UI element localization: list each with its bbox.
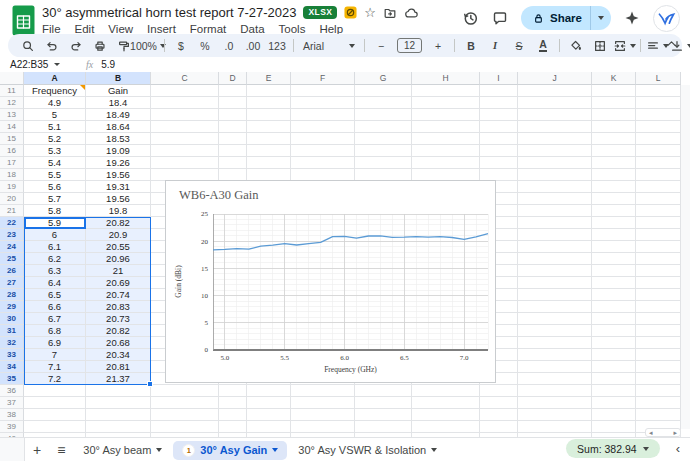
cell-J25[interactable] — [518, 253, 592, 265]
horizontal-scrollbar[interactable]: ◂ ▸ — [645, 428, 681, 437]
cell-E17[interactable] — [247, 157, 291, 169]
cell-J32[interactable] — [518, 337, 592, 349]
cell-E16[interactable] — [247, 145, 291, 157]
cell-B28[interactable]: 20.74 — [86, 289, 151, 301]
cell-J29[interactable] — [518, 301, 592, 313]
row-header-39[interactable]: 39 — [0, 421, 24, 433]
row-header-24[interactable]: 24 — [0, 241, 24, 253]
cell-I36[interactable] — [480, 385, 518, 397]
cell-H11[interactable] — [412, 85, 480, 97]
cell-B30[interactable]: 20.73 — [86, 313, 151, 325]
decrease-font-size-button[interactable]: − — [369, 36, 393, 56]
cell-H38[interactable] — [412, 409, 480, 421]
cell-D11[interactable] — [219, 85, 247, 97]
cell-J37[interactable] — [518, 397, 592, 409]
cell-K38[interactable] — [592, 409, 636, 421]
cell-G36[interactable] — [355, 385, 412, 397]
cell-H14[interactable] — [412, 121, 480, 133]
cell-L34[interactable] — [636, 361, 681, 373]
user-avatar[interactable] — [653, 5, 680, 32]
row-header-21[interactable]: 21 — [0, 205, 24, 217]
cell-E38[interactable] — [247, 409, 291, 421]
cell-F12[interactable] — [291, 97, 355, 109]
cell-H37[interactable] — [412, 397, 480, 409]
row-header-13[interactable]: 13 — [0, 109, 24, 121]
format-currency-button[interactable]: $ — [169, 36, 193, 56]
cell-K30[interactable] — [592, 313, 636, 325]
vertical-scrollbar[interactable] — [680, 85, 690, 429]
row-header-17[interactable]: 17 — [0, 157, 24, 169]
cell-F13[interactable] — [291, 109, 355, 121]
cell-H16[interactable] — [412, 145, 480, 157]
cell-K24[interactable] — [592, 241, 636, 253]
cell-E14[interactable] — [247, 121, 291, 133]
cell-K36[interactable] — [592, 385, 636, 397]
cell-K11[interactable] — [592, 85, 636, 97]
cell-C13[interactable] — [151, 109, 219, 121]
cell-J31[interactable] — [518, 325, 592, 337]
cell-A16[interactable]: 5.3 — [24, 145, 86, 157]
cell-K17[interactable] — [592, 157, 636, 169]
col-header-B[interactable]: B — [86, 72, 151, 85]
collapse-panel-icon[interactable]: ‹ — [676, 441, 680, 456]
cell-A26[interactable]: 6.3 — [24, 265, 86, 277]
menu-edit[interactable]: Edit — [75, 23, 95, 35]
cell-K31[interactable] — [592, 325, 636, 337]
cell-B11[interactable]: Gain — [86, 85, 151, 97]
cell-D16[interactable] — [219, 145, 247, 157]
cell-B18[interactable]: 19.56 — [86, 169, 151, 181]
row-header-29[interactable]: 29 — [0, 301, 24, 313]
cell-I12[interactable] — [480, 97, 518, 109]
sum-status-pill[interactable]: Sum: 382.94 — [566, 439, 660, 458]
cell-L38[interactable] — [636, 409, 681, 421]
col-header-E[interactable]: E — [247, 72, 291, 85]
cell-B12[interactable]: 18.4 — [86, 97, 151, 109]
cell-B15[interactable]: 18.53 — [86, 133, 151, 145]
cell-L31[interactable] — [636, 325, 681, 337]
cell-D37[interactable] — [219, 397, 247, 409]
cell-F39[interactable] — [291, 421, 355, 433]
cell-J28[interactable] — [518, 289, 592, 301]
cell-K39[interactable] — [592, 421, 636, 433]
cell-K34[interactable] — [592, 361, 636, 373]
cell-B34[interactable]: 20.81 — [86, 361, 151, 373]
cell-B31[interactable]: 20.82 — [86, 325, 151, 337]
embedded-chart[interactable]: 5.05.56.06.57.00510152025 WB6-A30 Gain F… — [165, 180, 496, 383]
menu-insert[interactable]: Insert — [147, 23, 176, 35]
row-header-18[interactable]: 18 — [0, 169, 24, 181]
cell-K25[interactable] — [592, 253, 636, 265]
cell-J24[interactable] — [518, 241, 592, 253]
cell-C37[interactable] — [151, 397, 219, 409]
cell-H17[interactable] — [412, 157, 480, 169]
cell-G15[interactable] — [355, 133, 412, 145]
col-header-H[interactable]: H — [412, 72, 480, 85]
cell-F14[interactable] — [291, 121, 355, 133]
row-header-20[interactable]: 20 — [0, 193, 24, 205]
row-header-12[interactable]: 12 — [0, 97, 24, 109]
cell-H39[interactable] — [412, 421, 480, 433]
cell-F11[interactable] — [291, 85, 355, 97]
cell-A28[interactable]: 6.5 — [24, 289, 86, 301]
cell-L36[interactable] — [636, 385, 681, 397]
cell-A30[interactable]: 6.7 — [24, 313, 86, 325]
cell-B37[interactable] — [86, 397, 151, 409]
cell-K21[interactable] — [592, 205, 636, 217]
row-header-28[interactable]: 28 — [0, 289, 24, 301]
cell-L12[interactable] — [636, 97, 681, 109]
cell-K22[interactable] — [592, 217, 636, 229]
cell-K13[interactable] — [592, 109, 636, 121]
cell-A32[interactable]: 6.9 — [24, 337, 86, 349]
bold-button[interactable]: B — [459, 36, 483, 56]
cell-E36[interactable] — [247, 385, 291, 397]
italic-button[interactable]: I — [483, 36, 507, 56]
cell-A17[interactable]: 5.4 — [24, 157, 86, 169]
cell-H12[interactable] — [412, 97, 480, 109]
cell-J11[interactable] — [518, 85, 592, 97]
row-header-31[interactable]: 31 — [0, 325, 24, 337]
cell-J34[interactable] — [518, 361, 592, 373]
cell-A36[interactable] — [24, 385, 86, 397]
cell-B24[interactable]: 20.55 — [86, 241, 151, 253]
cell-L25[interactable] — [636, 253, 681, 265]
cell-L20[interactable] — [636, 193, 681, 205]
cell-H15[interactable] — [412, 133, 480, 145]
